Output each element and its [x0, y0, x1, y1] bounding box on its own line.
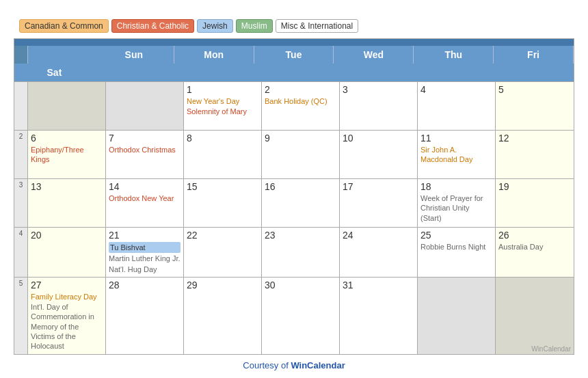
- badge-misc[interactable]: Misc & International: [276, 19, 358, 33]
- cal-cell: 19: [496, 179, 574, 227]
- calendar-event: New Year's Day: [187, 96, 258, 106]
- wincalendar-tag: WinCalendar: [531, 345, 571, 353]
- cal-cell: 12: [496, 131, 574, 178]
- cal-cell: 13: [28, 179, 106, 227]
- day-number: 11: [420, 133, 492, 144]
- day-number: 28: [109, 280, 181, 291]
- header-fri: Fri: [494, 46, 574, 64]
- cal-cell: 2Bank Holiday (QC): [262, 82, 340, 130]
- calendar-body: 1New Year's DaySolemnity of Mary2Bank Ho…: [14, 81, 574, 354]
- cal-cell: 4: [418, 82, 496, 130]
- week-num-1: [14, 82, 28, 130]
- calendar-week-2: 26Epiphany/Three Kings7Orthodox Christma…: [14, 130, 574, 178]
- cal-cell: 31: [340, 278, 418, 354]
- calendar-week-3: 31314Orthodox New Year15161718Week of Pr…: [14, 178, 574, 227]
- calendar-event: Nat'l. Hug Day: [109, 265, 181, 274]
- day-number: 12: [498, 133, 571, 144]
- calendar-event: Bank Holiday (QC): [265, 96, 336, 106]
- cal-cell: 26Australia Day: [496, 228, 574, 277]
- calendar: Sun Mon Tue Wed Thu Fri Sat 1New Year's …: [14, 38, 574, 355]
- cal-cell: 27Family Literacy DayInt'l. Day of Comme…: [28, 278, 106, 354]
- day-number: 15: [187, 181, 258, 192]
- courtesy-text: Courtesy of WinCalendar: [243, 360, 345, 370]
- day-number: 29: [187, 280, 258, 291]
- calendar-event: Orthodox New Year: [109, 193, 181, 203]
- calendar-event: Week of Prayer for Christian Unity (Star…: [420, 193, 492, 223]
- badge-muslim[interactable]: Muslim: [236, 19, 273, 33]
- calendar-event: Tu Bishvat: [109, 242, 181, 253]
- cal-cell: 6Epiphany/Three Kings: [28, 131, 106, 178]
- week-num-2: 2: [14, 131, 28, 178]
- header-sun: Sun: [94, 46, 174, 64]
- cal-cell: 8: [184, 131, 262, 178]
- cal-cell: 10: [340, 131, 418, 178]
- day-number: 1: [187, 84, 258, 95]
- day-number: 21: [109, 230, 181, 241]
- day-number: 22: [187, 230, 258, 241]
- day-number: 18: [420, 181, 492, 192]
- cal-cell: 11Sir John A. Macdonald Day: [418, 131, 496, 178]
- cal-cell: [106, 82, 184, 130]
- cal-cell: 3: [340, 82, 418, 130]
- calendar-header: Sun Mon Tue Wed Thu Fri Sat: [14, 46, 574, 81]
- day-number: 4: [420, 84, 492, 95]
- badge-canadian[interactable]: Canadian & Common: [19, 19, 109, 33]
- calendar-event: Int'l. Day of Commemoration in Memory of…: [31, 302, 103, 351]
- day-number: 24: [343, 230, 414, 241]
- header-tue: Tue: [254, 46, 334, 64]
- cal-cell: 7Orthodox Christmas: [106, 131, 184, 178]
- calendar-event: Sir John A. Macdonald Day: [420, 145, 492, 165]
- header-sat: Sat: [14, 64, 94, 81]
- day-number: 17: [343, 181, 414, 192]
- calendar-event: Epiphany/Three Kings: [31, 145, 103, 165]
- day-number: 14: [109, 181, 181, 192]
- calendar-week-1: 1New Year's DaySolemnity of Mary2Bank Ho…: [14, 81, 574, 130]
- calendar-event: Family Literacy Day: [31, 292, 103, 301]
- header-mon: Mon: [174, 46, 254, 64]
- cal-cell: 20: [28, 228, 106, 277]
- cal-cell: 28: [106, 278, 184, 354]
- day-number: 16: [265, 181, 336, 192]
- cal-cell: 1New Year's DaySolemnity of Mary: [184, 82, 262, 130]
- day-number: 31: [343, 280, 414, 291]
- cal-cell: [418, 278, 496, 354]
- badge-christian[interactable]: Christian & Catholic: [111, 19, 194, 33]
- day-number: 3: [343, 84, 414, 95]
- cal-cell: 24: [340, 228, 418, 277]
- calendar-week-4: 42021Tu BishvatMartin Luther King Jr.Nat…: [14, 227, 574, 277]
- week-num-5: 5: [14, 278, 28, 354]
- cal-cell: 5: [496, 82, 574, 130]
- day-number: 9: [265, 133, 336, 144]
- header-thu: Thu: [414, 46, 494, 64]
- cal-cell: [28, 82, 106, 130]
- badge-jewish[interactable]: Jewish: [197, 19, 233, 33]
- day-number: 23: [265, 230, 336, 241]
- cal-cell: 22: [184, 228, 262, 277]
- calendar-event: Robbie Burns Night: [420, 242, 492, 252]
- calendar-event: Orthodox Christmas: [109, 145, 181, 154]
- day-number: 25: [420, 230, 492, 241]
- day-number: 13: [31, 181, 103, 192]
- courtesy-row: Courtesy of WinCalendar: [243, 355, 345, 376]
- courtesy-brand: WinCalendar: [291, 360, 345, 370]
- day-number: 20: [31, 230, 103, 241]
- calendar-nav: [14, 39, 574, 46]
- cal-cell: 25Robbie Burns Night: [418, 228, 496, 277]
- cal-cell: 16: [262, 179, 340, 227]
- calendar-event: Martin Luther King Jr.: [109, 254, 181, 263]
- day-number: 10: [343, 133, 414, 144]
- day-number: 2: [265, 84, 336, 95]
- week-num-4: 4: [14, 228, 28, 277]
- cal-cell: 17: [340, 179, 418, 227]
- day-number: 30: [265, 280, 336, 291]
- header-wed: Wed: [334, 46, 414, 64]
- calendar-week-5: 527Family Literacy DayInt'l. Day of Comm…: [14, 277, 574, 354]
- day-number: 5: [498, 84, 571, 95]
- day-number: 6: [31, 133, 103, 144]
- cal-cell: 18Week of Prayer for Christian Unity (St…: [418, 179, 496, 227]
- cal-cell: 21Tu BishvatMartin Luther King Jr.Nat'l.…: [106, 228, 184, 277]
- cal-cell: 15: [184, 179, 262, 227]
- calendar-event: Solemnity of Mary: [187, 107, 258, 116]
- calendar-event: Australia Day: [498, 242, 571, 252]
- cal-cell: 30: [262, 278, 340, 354]
